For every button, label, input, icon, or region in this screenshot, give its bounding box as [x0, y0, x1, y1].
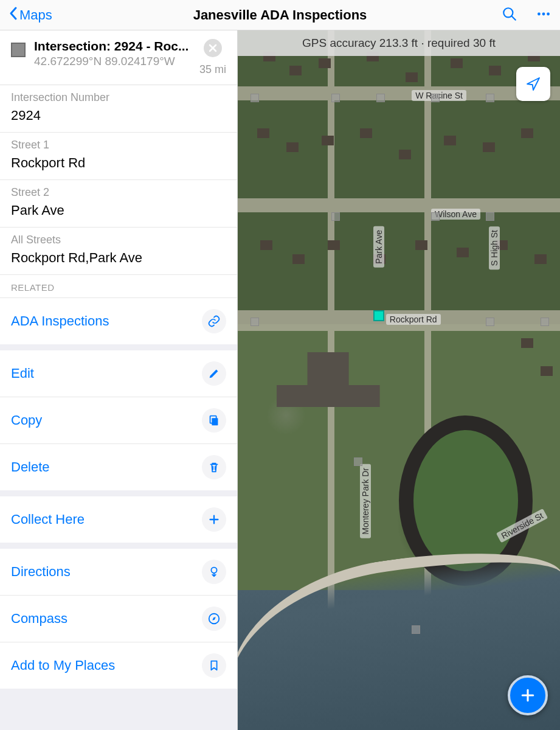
street-label-monterey: Monterey Park Dr — [360, 464, 371, 538]
related-header: RELATED — [0, 275, 237, 298]
more-button[interactable] — [536, 6, 551, 24]
trash-icon — [202, 455, 226, 479]
field-value: Rockport Rd — [11, 155, 226, 171]
feature-symbol-icon — [11, 43, 26, 57]
bookmark-icon — [202, 653, 226, 678]
svg-point-3 — [542, 12, 545, 15]
map-marker-selected[interactable] — [373, 310, 384, 321]
svg-line-1 — [511, 16, 516, 20]
field-all-streets: All Streets Rockport Rd,Park Ave — [0, 228, 237, 275]
feature-panel: Intersection: 2924 - Roc... 42.672299°N … — [0, 30, 238, 730]
svg-point-2 — [538, 12, 541, 15]
search-icon — [502, 6, 517, 22]
related-ada-inspections[interactable]: ADA Inspections — [0, 298, 237, 344]
back-button[interactable]: Maps — [9, 6, 52, 24]
map-marker[interactable] — [354, 457, 362, 466]
action-label: Edit — [11, 366, 34, 381]
feature-title: Intersection: 2924 - Roc... — [34, 39, 191, 54]
action-label: Delete — [11, 459, 50, 475]
street-label-shigh: S High St — [489, 226, 500, 269]
feature-header: Intersection: 2924 - Roc... 42.672299°N … — [0, 30, 237, 85]
map-marker[interactable] — [251, 94, 259, 102]
field-value: Park Ave — [11, 203, 226, 218]
street-label-park: Park Ave — [373, 226, 384, 268]
link-icon — [202, 309, 226, 333]
app-header: Maps Janesville ADA Inspections — [0, 0, 560, 30]
field-label: Intersection Number — [11, 91, 226, 104]
map-marker[interactable] — [486, 318, 494, 326]
field-intersection-number: Intersection Number 2924 — [0, 85, 237, 133]
feature-coordinates: 42.672299°N 89.024179°W — [34, 55, 191, 68]
plus-icon — [202, 507, 226, 532]
compass-button[interactable]: Compass — [0, 596, 237, 642]
locate-button[interactable] — [516, 67, 550, 101]
action-label: Compass — [11, 611, 67, 627]
field-value: Rockport Rd,Park Ave — [11, 250, 226, 266]
delete-button[interactable]: Delete — [0, 444, 237, 490]
ellipsis-icon — [536, 6, 551, 22]
page-title: Janesville ADA Inspections — [193, 7, 367, 23]
close-icon — [209, 44, 217, 52]
feature-distance: 35 mi — [199, 63, 226, 76]
map-view[interactable]: W Racine St Wilson Ave Rockport Rd Park … — [238, 30, 560, 730]
street-label-rockport: Rockport Rd — [386, 314, 441, 325]
copy-button[interactable]: Copy — [0, 397, 237, 444]
edit-button[interactable]: Edit — [0, 350, 237, 397]
compass-icon — [202, 607, 226, 631]
field-label: Street 1 — [11, 139, 226, 151]
map-marker[interactable] — [376, 94, 385, 102]
map-marker[interactable] — [431, 212, 440, 221]
pencil-icon — [202, 361, 226, 386]
plus-icon — [519, 686, 537, 704]
map-marker[interactable] — [331, 212, 340, 221]
gps-accuracy-banner: GPS accuracy 213.3 ft · required 30 ft — [238, 30, 560, 56]
map-marker[interactable] — [486, 94, 494, 102]
map-marker[interactable] — [412, 625, 420, 634]
svg-point-4 — [547, 12, 550, 15]
map-marker[interactable] — [251, 318, 259, 326]
svg-rect-5 — [212, 418, 218, 425]
field-street-1: Street 1 Rockport Rd — [0, 133, 237, 180]
action-label: Add to My Places — [11, 658, 115, 673]
copy-icon — [202, 408, 226, 433]
field-value: 2924 — [11, 108, 226, 123]
map-marker[interactable] — [541, 318, 549, 326]
chevron-left-icon — [9, 6, 18, 24]
action-label: Directions — [11, 564, 71, 580]
field-label: Street 2 — [11, 186, 226, 199]
action-label: Copy — [11, 412, 42, 428]
action-label: Collect Here — [11, 512, 85, 527]
back-label: Maps — [19, 7, 52, 23]
add-to-places-button[interactable]: Add to My Places — [0, 642, 237, 689]
map-marker[interactable] — [486, 212, 494, 221]
svg-point-9 — [211, 568, 216, 573]
directions-icon — [202, 560, 226, 584]
search-button[interactable] — [502, 6, 517, 24]
directions-button[interactable]: Directions — [0, 549, 237, 596]
field-street-2: Street 2 Park Ave — [0, 180, 237, 228]
map-marker[interactable] — [431, 94, 440, 102]
map-marker[interactable] — [331, 94, 340, 102]
related-label: ADA Inspections — [11, 313, 109, 329]
close-button[interactable] — [204, 39, 222, 57]
location-arrow-icon — [524, 75, 542, 93]
collect-here-button[interactable]: Collect Here — [0, 496, 237, 543]
field-label: All Streets — [11, 234, 226, 246]
add-feature-fab[interactable] — [508, 675, 548, 715]
